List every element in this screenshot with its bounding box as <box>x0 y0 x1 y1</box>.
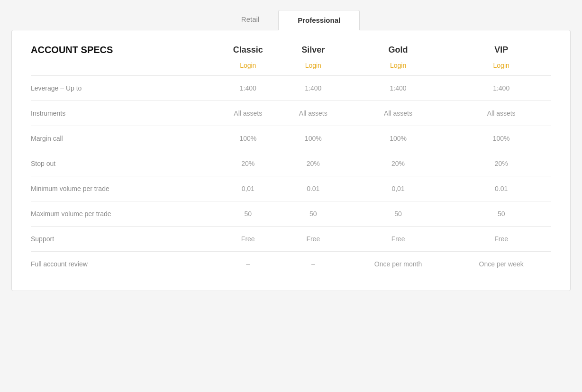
table-row: Stop out20%20%20%20% <box>31 151 551 176</box>
row-spec-label: Maximum volume per trade <box>31 201 215 227</box>
col-vip-header: VIP <box>451 45 551 59</box>
row-vip-value: 0.01 <box>451 176 551 201</box>
table-row: Leverage – Up to1:4001:4001:4001:400 <box>31 76 551 101</box>
page-wrapper: Retail Professional ACCOUNT SPECS Classi… <box>11 9 571 291</box>
row-gold-value: 100% <box>345 126 452 151</box>
col-classic-header: Classic <box>215 45 282 59</box>
row-silver-value: Free <box>282 227 345 252</box>
table-row: Minimum volume per trade0,010.010,010.01 <box>31 176 551 201</box>
row-gold-value: All assets <box>345 101 452 126</box>
row-vip-value: All assets <box>451 101 551 126</box>
row-classic-value: – <box>215 252 282 277</box>
row-silver-value: All assets <box>282 101 345 126</box>
row-spec-label: Leverage – Up to <box>31 76 215 101</box>
login-silver[interactable]: Login <box>282 59 345 76</box>
header-row: ACCOUNT SPECS Classic Silver Gold VIP <box>31 45 551 59</box>
table-row: InstrumentsAll assetsAll assetsAll asset… <box>31 101 551 126</box>
row-silver-value: 0.01 <box>282 176 345 201</box>
row-gold-value: Once per month <box>345 252 452 277</box>
specs-table: ACCOUNT SPECS Classic Silver Gold VIP <box>31 45 551 276</box>
row-vip-value: 100% <box>451 126 551 151</box>
row-classic-value: 100% <box>215 126 282 151</box>
table-body: Leverage – Up to1:4001:4001:4001:400Inst… <box>31 76 551 277</box>
row-silver-value: 1:400 <box>282 76 345 101</box>
row-spec-label: Margin call <box>31 126 215 151</box>
table-row: SupportFreeFreeFreeFree <box>31 227 551 252</box>
row-spec-label: Minimum volume per trade <box>31 176 215 201</box>
row-classic-value: 1:400 <box>215 76 282 101</box>
table-row: Margin call100%100%100%100% <box>31 126 551 151</box>
login-classic[interactable]: Login <box>215 59 282 76</box>
row-vip-value: 50 <box>451 201 551 227</box>
row-classic-value: All assets <box>215 101 282 126</box>
tab-professional[interactable]: Professional <box>278 10 360 30</box>
row-vip-value: 20% <box>451 151 551 176</box>
tabs-container: Retail Professional <box>11 9 571 30</box>
row-gold-value: 20% <box>345 151 452 176</box>
row-classic-value: 50 <box>215 201 282 227</box>
row-vip-value: Once per week <box>451 252 551 277</box>
login-row-empty <box>31 59 215 76</box>
login-row: Login Login Login Login <box>31 59 551 76</box>
table-container: ACCOUNT SPECS Classic Silver Gold VIP <box>11 30 571 291</box>
row-vip-value: 1:400 <box>451 76 551 101</box>
row-classic-value: Free <box>215 227 282 252</box>
row-classic-value: 20% <box>215 151 282 176</box>
login-vip[interactable]: Login <box>451 59 551 76</box>
col-silver-header: Silver <box>282 45 345 59</box>
row-silver-value: 100% <box>282 126 345 151</box>
row-spec-label: Full account review <box>31 252 215 277</box>
row-silver-value: 20% <box>282 151 345 176</box>
row-vip-value: Free <box>451 227 551 252</box>
login-gold[interactable]: Login <box>345 59 452 76</box>
tab-retail[interactable]: Retail <box>222 9 278 30</box>
row-silver-value: – <box>282 252 345 277</box>
row-gold-value: 50 <box>345 201 452 227</box>
row-spec-label: Support <box>31 227 215 252</box>
row-silver-value: 50 <box>282 201 345 227</box>
table-row: Full account review––Once per monthOnce … <box>31 252 551 277</box>
row-classic-value: 0,01 <box>215 176 282 201</box>
row-gold-value: 1:400 <box>345 76 452 101</box>
col-gold-header: Gold <box>345 45 452 59</box>
row-spec-label: Instruments <box>31 101 215 126</box>
row-gold-value: 0,01 <box>345 176 452 201</box>
row-gold-value: Free <box>345 227 452 252</box>
row-spec-label: Stop out <box>31 151 215 176</box>
account-specs-heading: ACCOUNT SPECS <box>31 45 215 59</box>
table-row: Maximum volume per trade50505050 <box>31 201 551 227</box>
